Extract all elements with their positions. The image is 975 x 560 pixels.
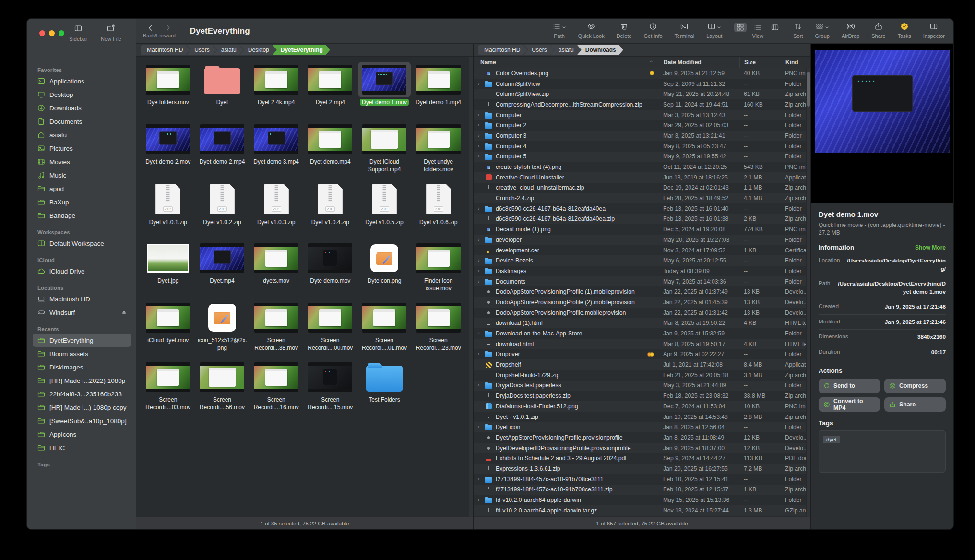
sidebar-item-22bf4af8-3-235160b233[interactable]: 22bf4af8-3...235160b233	[33, 387, 131, 401]
view-list-button[interactable]	[751, 23, 764, 32]
list-row[interactable]: ›Dyet iconJan 8, 2025 at 12:56:04--Folde…	[474, 422, 810, 432]
share-button[interactable]: Share	[884, 397, 946, 412]
list-row[interactable]: ColumnSplitView.zipMay 21, 2025 at 20:24…	[474, 89, 810, 99]
breadcrumb-item-desktop[interactable]: Desktop	[240, 45, 276, 55]
grid-item[interactable]: ZIPDyet v1.0.4.zip	[303, 179, 357, 238]
breadcrumb-item-dyeteverything[interactable]: DyetEverything	[273, 45, 330, 55]
path-icon[interactable]	[553, 23, 560, 32]
disclosure-triangle-icon[interactable]: ›	[478, 352, 481, 357]
sidebar-item-documents[interactable]: Documents	[33, 115, 131, 128]
list-row[interactable]: Exhibits to Schedule 2 and 3 - 29 August…	[474, 453, 810, 464]
list-row[interactable]: ›f2713499-18f4-457c-ac10-91b708ce3111Feb…	[474, 474, 810, 485]
grid-item[interactable]: Screen Recordi....23.mov	[411, 298, 465, 357]
list-row[interactable]: ›Download-on-the-Mac-App-StoreJan 9, 202…	[474, 328, 810, 339]
view-grid-button[interactable]	[734, 23, 747, 32]
breadcrumb-item-macintosh-hd[interactable]: Macintosh HD	[141, 45, 190, 55]
list-row[interactable]: Crunch-2.4.zipFeb 28, 2025 at 18:49:524.…	[474, 193, 810, 203]
list-row[interactable]: development.cerNov 3, 2024 at 17:09:521 …	[474, 245, 810, 256]
grid-item[interactable]: ZIPDyet v1.0.2.zip	[195, 179, 250, 238]
column-header-name[interactable]: Name⌃	[480, 57, 659, 68]
list-row[interactable]: f2713499-18f4-457c-ac10-91b708ce3111.zip…	[474, 485, 810, 495]
sidebar-item-music[interactable]: Music	[33, 168, 131, 182]
breadcrumb-item-asiafu[interactable]: asiafu	[213, 45, 244, 55]
sidebar-item-heic[interactable]: HEIC	[33, 441, 131, 454]
sidebar-item-macintosh-hd[interactable]: Macintosh HD	[33, 292, 131, 306]
breadcrumb-item-users[interactable]: Users	[523, 45, 554, 55]
scrollbar-track[interactable]	[806, 68, 810, 517]
sidebar-item-downloads[interactable]: Downloads	[33, 101, 131, 115]
grid-item[interactable]: Screen Recordi....56.mov	[195, 357, 250, 417]
grid-item[interactable]: ZIPDyet v1.0.3.zip	[249, 179, 303, 238]
list-row[interactable]: d6c8c590-cc26-4167-b64a-812eafda40ea.zip…	[474, 214, 810, 225]
list-row[interactable]: download (1).htmlMar 8, 2025 at 19:50:22…	[474, 318, 810, 329]
list-row[interactable]: ›Computer 5May 9, 2025 at 19:55:42--Fold…	[474, 152, 810, 162]
forward-button[interactable]	[164, 24, 172, 32]
info-icon[interactable]	[649, 23, 657, 32]
inspector-icon[interactable]	[930, 23, 938, 32]
send-to-button[interactable]: Send to	[819, 379, 880, 393]
column-header-kind[interactable]: Kind	[781, 57, 810, 68]
disclosure-triangle-icon[interactable]: ›	[478, 154, 481, 159]
list-row[interactable]: ›Computer 2Mar 29, 2025 at 02:05:03--Fol…	[474, 120, 810, 131]
trash-icon[interactable]	[620, 23, 628, 32]
disclosure-triangle-icon[interactable]: ›	[478, 498, 481, 502]
list-row[interactable]: ›DryjaDocs test.paperlessMay 3, 2025 at …	[474, 381, 810, 391]
list-row[interactable]: ›fd-v10.2.0-aarch64-apple-darwinMay 15, …	[474, 495, 810, 505]
list-row[interactable]: Dyet - v1.0.1.zipJan 10, 2025 at 14:53:4…	[474, 412, 810, 422]
grid-item[interactable]: Screen Recordi....00.mov	[303, 298, 357, 357]
layout-icon[interactable]	[708, 23, 715, 32]
eye-icon[interactable]	[587, 23, 595, 32]
sidebar-item-sweetsub-a10p-1080p[interactable]: [SweetSub&..a10p_1080p]	[33, 414, 131, 428]
grid-item-selected[interactable]: Dyet demo 1.mov	[357, 60, 412, 119]
grid-item[interactable]: Dyet demo 2.mov	[141, 119, 195, 179]
grid-item[interactable]: Screen Recordi...38.mov	[249, 298, 303, 357]
back-button[interactable]	[147, 24, 155, 32]
grid-item[interactable]: dyets.mov	[249, 238, 303, 298]
grid-item[interactable]: iCloud dyet.mov	[141, 298, 195, 357]
grid-item[interactable]: Dyet iCloud Support.mp4	[357, 119, 412, 179]
breadcrumb-item-macintosh-hd[interactable]: Macintosh HD	[478, 45, 527, 55]
grid-item[interactable]: Dyet 2 4k.mp4	[249, 60, 303, 119]
list-row[interactable]: create stylish text (4).pngOct 11, 2024 …	[474, 162, 810, 172]
grid-item[interactable]: Dyet demo.mp4	[303, 119, 357, 179]
disclosure-triangle-icon[interactable]: ›	[478, 258, 481, 263]
airdrop-icon[interactable]	[847, 23, 855, 32]
list-row[interactable]: DropshelfJul 1, 2021 at 17:42:088.4 MBAp…	[474, 359, 810, 370]
sidebar-item-apod[interactable]: apod	[33, 182, 131, 195]
list-row[interactable]: ›Device BezelsMay 6, 2025 at 20:12:55--F…	[474, 255, 810, 266]
sidebar-item-applications[interactable]: Applications	[33, 74, 131, 88]
list-row[interactable]: DyetAppStoreProvisioningProfile.provisio…	[474, 432, 810, 443]
list-row[interactable]: ›Computer 3Mar 3, 2025 at 13:21:41--Fold…	[474, 131, 810, 141]
sort-icon[interactable]	[794, 23, 802, 32]
disclosure-triangle-icon[interactable]: ›	[478, 206, 481, 211]
sidebar-item-icloud-drive[interactable]: iCloud Drive	[33, 264, 131, 278]
grid-item[interactable]: DyteIcon.png	[357, 238, 412, 298]
tag-chip-dyet[interactable]: dyet	[823, 436, 840, 443]
list-row[interactable]: DodoAppStoreProvisioningProfile (1).mobi…	[474, 286, 810, 297]
list-row[interactable]: ›developerMay 20, 2025 at 15:27:03--Fold…	[474, 235, 810, 245]
close-button[interactable]	[39, 30, 45, 36]
grid-item[interactable]: Dyet demo 2.mp4	[195, 119, 250, 179]
disclosure-triangle-icon[interactable]: ›	[478, 82, 481, 86]
sidebar-item-default-workspace[interactable]: Default Workspace	[33, 237, 131, 250]
sidebar-item-baxup[interactable]: BaXup	[33, 195, 131, 209]
sidebar-item-diskimages[interactable]: DiskImages	[33, 360, 131, 374]
grid-item[interactable]: ZIPDyet v1.0.5.zip	[357, 179, 412, 238]
video-player[interactable]	[811, 44, 953, 203]
list-row[interactable]: ›DocumentsMay 7, 2025 at 14:03:36--Folde…	[474, 276, 810, 287]
list-row[interactable]: ›ComputerMar 3, 2025 at 13:12:43--Folder	[474, 110, 810, 120]
grid-item[interactable]: Dyet undye folders.mov	[411, 119, 465, 179]
list-row[interactable]: creative_cloud_uninstallermac.zipDec 19,…	[474, 183, 810, 193]
list-row[interactable]: Decast mode (1).pngDec 5, 2024 at 19:20:…	[474, 224, 810, 235]
grid-item[interactable]: Screen Recordi....16.mov	[249, 357, 303, 417]
sidebar-item-dyeteverything[interactable]: DyetEverything	[33, 334, 131, 347]
terminal-icon[interactable]	[680, 23, 688, 32]
list-row[interactable]: ›ColumnSplitViewSep 2, 2009 at 11:21:32-…	[474, 79, 810, 89]
tags-field[interactable]: dyet	[819, 430, 946, 473]
show-more-link[interactable]: Show More	[915, 244, 946, 251]
grid-item[interactable]: Dye folders.mov	[141, 60, 195, 119]
grid-item[interactable]: Dyet 2.mp4	[303, 60, 357, 119]
list-row[interactable]: ›DropoverApr 9, 2025 at 02:22:27--Folder	[474, 349, 810, 360]
grid-item[interactable]: Finder icon issue.mov	[411, 238, 465, 298]
group-icon[interactable]	[816, 23, 823, 32]
